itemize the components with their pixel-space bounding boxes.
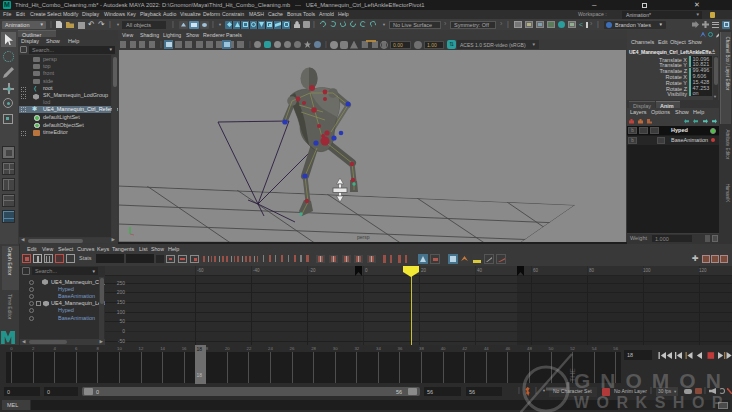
svg-text:persp: persp: [357, 234, 370, 240]
